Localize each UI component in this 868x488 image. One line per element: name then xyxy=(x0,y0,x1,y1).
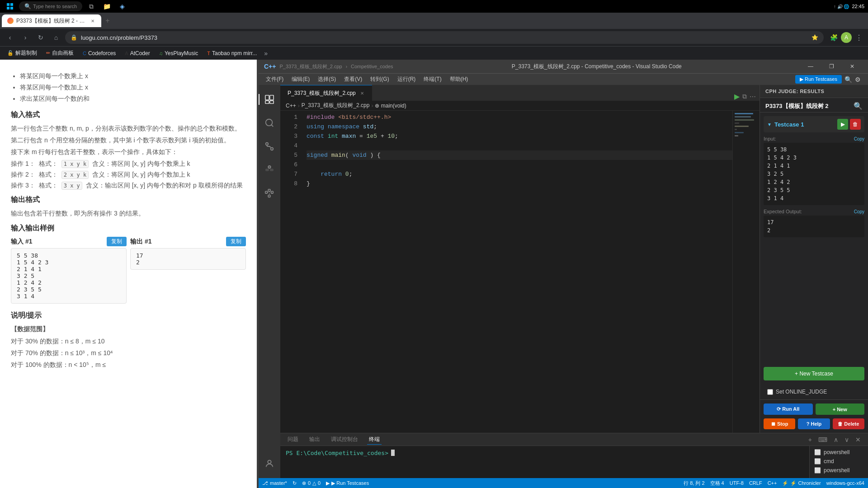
status-branch[interactable]: ⎇ master* xyxy=(262,480,287,486)
browser-tab-active[interactable]: P3373【模板】线段树 2 - 洛谷... ✕ xyxy=(2,14,101,27)
help-button[interactable]: ? Help xyxy=(798,418,830,429)
terminal-tab-debug[interactable]: 调试控制台 xyxy=(329,435,360,444)
menu-help[interactable]: 帮助(H) xyxy=(446,75,472,84)
copy-output-button[interactable]: 复制 xyxy=(226,237,246,246)
minimize-button[interactable]: — xyxy=(800,60,821,73)
op3-code: 3 x y xyxy=(61,182,82,190)
bookmark-atcoder[interactable]: A AtCoder xyxy=(121,48,153,58)
bookmark-jieticopy[interactable]: 🔓 解题制制 xyxy=(4,48,41,58)
status-errors[interactable]: ⊗ 0 △ 0 xyxy=(302,480,321,486)
back-button[interactable]: ‹ xyxy=(4,31,16,44)
online-judge-checkbox[interactable] xyxy=(767,389,773,395)
bookmarks-overflow[interactable]: » xyxy=(262,50,269,57)
tc-copy-input[interactable]: Copy xyxy=(854,136,864,141)
status-spaces[interactable]: 空格 4 xyxy=(710,480,724,487)
testcase-1-header[interactable]: ▼ Testcase 1 ▶ 🗑 xyxy=(764,116,864,132)
cph-bottom-actions-2: ⏹ Stop ? Help 🗑 Delete xyxy=(760,418,868,433)
sidebar-item-debug[interactable] xyxy=(259,159,280,181)
stop-button[interactable]: ⏹ Stop xyxy=(764,418,795,429)
status-encoding[interactable]: UTF-8 xyxy=(730,480,744,486)
restore-button[interactable]: ❐ xyxy=(821,60,842,73)
menu-selection[interactable]: 选择(S) xyxy=(314,75,340,84)
home-button[interactable]: ⌂ xyxy=(50,31,62,44)
bookmark-taobao[interactable]: T Taobao npm mirr... xyxy=(203,48,260,58)
bookmark-codeforces[interactable]: C Codeforces xyxy=(79,48,119,58)
bookmark-yesplaymusic[interactable]: ♫ YesPlayMusic xyxy=(156,48,202,58)
menu-terminal[interactable]: 终端(T) xyxy=(420,75,445,84)
run-testcases-button[interactable]: ▶ Run Testcases xyxy=(795,75,842,84)
cph-search-icon[interactable]: 🔍 xyxy=(854,102,863,110)
code-editor[interactable]: 1 2 3 4 5 6 7 8 xyxy=(280,111,760,433)
forward-button[interactable]: › xyxy=(19,31,32,44)
delete-button[interactable]: 🗑 Delete xyxy=(833,418,864,429)
address-bar[interactable]: 🔒 luogu.com.cn/problem/P3373 ⭐ xyxy=(65,31,824,44)
new-testcase-btn[interactable]: + New xyxy=(816,404,865,415)
breadcrumb-file[interactable]: P_3373_模板_线段树_2.cpp xyxy=(302,102,370,109)
terminal-tab-output[interactable]: 输出 xyxy=(307,435,322,444)
sidebar-item-extensions[interactable] xyxy=(259,183,280,204)
tab-close[interactable]: ✕ xyxy=(359,90,365,96)
tc-expected-content[interactable]: 17 2 xyxy=(764,216,864,237)
code-line-1: #include <bits/stdc++.h> xyxy=(307,113,732,122)
sidebar-item-explorer[interactable] xyxy=(259,89,280,110)
sidebar-item-account[interactable] xyxy=(259,453,280,474)
tab-close-button[interactable]: ✕ xyxy=(90,17,96,24)
menu-edit[interactable]: 编辑(E) xyxy=(288,75,313,84)
breadcrumb-lang[interactable]: C++ xyxy=(286,103,296,109)
settings-icon[interactable]: ⚙ xyxy=(855,76,861,83)
status-line-ending[interactable]: CRLF xyxy=(749,480,762,486)
new-terminal-button[interactable]: + xyxy=(807,435,814,444)
shell-cmd[interactable]: ⬜ cmd xyxy=(811,457,866,466)
taskbar-file-explorer[interactable]: 📁 xyxy=(100,1,113,11)
copy-input-button[interactable]: 复制 xyxy=(107,237,127,246)
taskbar-vscode[interactable]: ◈ xyxy=(116,1,128,11)
menu-view[interactable]: 查看(V) xyxy=(340,75,366,84)
close-terminal-button[interactable]: ✕ xyxy=(854,435,863,444)
add-testcase-button[interactable]: + New Testcase xyxy=(764,367,864,380)
tc-run-button[interactable]: ▶ xyxy=(837,119,848,130)
status-run-testcases[interactable]: ▶ ▶ Run Testcases xyxy=(326,480,369,486)
run-button[interactable]: ▶ xyxy=(734,92,740,101)
search-button[interactable]: 🔍 Type here to search xyxy=(19,1,82,11)
editor-tab-active[interactable]: P_3373_模板_线段树_2.cpp ✕ xyxy=(280,85,372,101)
menu-file[interactable]: 文件(F) xyxy=(262,75,287,84)
status-language[interactable]: C++ xyxy=(768,480,777,486)
terminal-tab-terminal[interactable]: 终端 xyxy=(367,435,382,445)
shell-powershell-2[interactable]: ⬜ powershell xyxy=(811,466,866,475)
online-judge-label[interactable]: Set ONLINE_JUDGE xyxy=(776,389,827,395)
new-tab-button[interactable]: + xyxy=(101,14,114,27)
search-editor-icon[interactable]: 🔍 xyxy=(844,76,852,83)
operation-item-1: 将某区间每一个数乘上 x xyxy=(20,70,246,82)
sample-out-label: 输出 #1 xyxy=(130,238,151,246)
sidebar-item-git[interactable] xyxy=(259,136,280,157)
tc-input-content[interactable]: 5 5 38 1 5 4 2 3 2 1 4 1 3 2 5 1 2 4 2 2… xyxy=(764,143,864,205)
menu-goto[interactable]: 转到(G) xyxy=(367,75,392,84)
start-button[interactable] xyxy=(4,1,16,11)
status-chronicler[interactable]: ⚡ ⚡ Chronicler xyxy=(782,480,821,486)
io-example-title: 输入输出样例 xyxy=(11,224,246,233)
profile-button[interactable]: A xyxy=(841,32,852,43)
close-button[interactable]: ✕ xyxy=(842,60,863,73)
menu-run[interactable]: 运行(R) xyxy=(394,75,420,84)
status-sync[interactable]: ↻ xyxy=(292,480,297,486)
bookmark-freedraw[interactable]: ✏ 自由画板 xyxy=(42,48,77,58)
code-content[interactable]: #include <bits/stdc++.h> using namespace… xyxy=(303,111,732,433)
terminal-up-button[interactable]: ∧ xyxy=(832,435,840,444)
breadcrumb-symbol[interactable]: ⊕ main(void) xyxy=(375,103,406,109)
taskview-button[interactable]: ⧉ xyxy=(85,1,98,11)
tc-copy-expected[interactable]: Copy xyxy=(854,209,864,214)
terminal-tab-problems[interactable]: 问题 xyxy=(286,435,300,444)
status-compiler[interactable]: windows-gcc-x64 xyxy=(826,480,864,486)
tc-delete-button[interactable]: 🗑 xyxy=(850,119,861,130)
status-position[interactable]: 行 8, 列 2 xyxy=(684,480,704,487)
sidebar-item-search[interactable] xyxy=(259,112,280,134)
run-all-button[interactable]: ⟳ Run All xyxy=(764,404,813,415)
split-terminal-button[interactable]: ⌨ xyxy=(816,435,829,444)
menu-button[interactable]: ⋮ xyxy=(854,32,864,43)
split-editor-button[interactable]: ⧉ xyxy=(742,93,747,100)
more-actions-button[interactable]: ⋯ xyxy=(750,93,756,100)
terminal-down-button[interactable]: ∨ xyxy=(843,435,851,444)
reload-button[interactable]: ↻ xyxy=(34,31,47,44)
extensions-button[interactable]: 🧩 xyxy=(828,32,839,43)
shell-powershell-1[interactable]: ⬜ powershell xyxy=(811,448,866,457)
